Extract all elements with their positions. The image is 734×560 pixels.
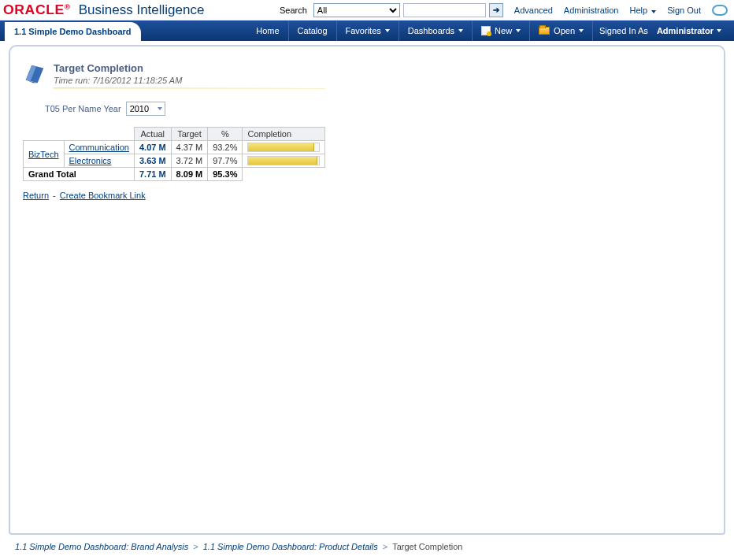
- header-links: Advanced Administration Help Sign Out: [514, 5, 728, 16]
- col-target: Target: [171, 128, 208, 141]
- arrow-right-icon: ➔: [493, 6, 499, 14]
- category-link[interactable]: Communication: [64, 141, 134, 154]
- advanced-link[interactable]: Advanced: [514, 6, 553, 15]
- chevron-down-icon: [458, 29, 463, 32]
- dashboard-tab[interactable]: 1.1 Simple Demo Dashboard: [5, 22, 141, 41]
- administration-link[interactable]: Administration: [564, 6, 619, 15]
- year-select[interactable]: 2010: [126, 102, 165, 116]
- col-completion: Completion: [243, 128, 325, 141]
- oracle-logo: ORACLE®: [3, 3, 70, 17]
- completion-bar: [247, 156, 320, 165]
- chevron-down-icon: [717, 29, 721, 32]
- return-link[interactable]: Return: [23, 191, 49, 200]
- search-input[interactable]: [403, 3, 486, 17]
- menu-open[interactable]: Open: [529, 20, 592, 41]
- menu-new[interactable]: New: [472, 20, 529, 41]
- table-row: BizTech Communication 4.07 M 4.37 M 93.2…: [24, 141, 325, 154]
- menu-catalog[interactable]: Catalog: [288, 20, 336, 41]
- signout-link[interactable]: Sign Out: [667, 6, 701, 15]
- chevron-down-icon: [651, 10, 656, 13]
- report-title: Target Completion: [54, 62, 325, 74]
- signed-in-as[interactable]: Signed In As Administrator: [592, 20, 728, 41]
- menu-home[interactable]: Home: [247, 20, 287, 41]
- report-heading: Target Completion Time run: 7/16/2012 11…: [23, 61, 711, 89]
- app-title: Business Intelligence: [79, 2, 205, 18]
- results-table: Actual Target % Completion BizTech Commu…: [23, 127, 325, 181]
- col-pct: %: [208, 128, 243, 141]
- col-actual: Actual: [134, 128, 171, 141]
- help-menu[interactable]: Help: [630, 6, 657, 15]
- search-label: Search: [280, 6, 307, 15]
- breadcrumb: 1.1 Simple Demo Dashboard: Brand Analysi…: [9, 538, 725, 555]
- category-link[interactable]: Electronics: [64, 154, 134, 168]
- chevron-down-icon: [385, 29, 390, 32]
- prompt-label: T05 Per Name Year: [45, 104, 121, 113]
- menubar: 1.1 Simple Demo Dashboard Home Catalog F…: [0, 20, 734, 41]
- new-file-icon: [481, 26, 491, 35]
- bookmark-link[interactable]: Create Bookmark Link: [60, 191, 146, 200]
- notebook-icon: [23, 61, 46, 86]
- below-links: Return - Create Bookmark Link: [23, 191, 711, 200]
- current-user: Administrator: [657, 26, 714, 35]
- completion-bar: [247, 143, 320, 152]
- time-run: Time run: 7/16/2012 11:18:25 AM: [54, 76, 325, 85]
- main-panel: Target Completion Time run: 7/16/2012 11…: [9, 45, 725, 535]
- breadcrumb-current: Target Completion: [392, 542, 462, 551]
- chevron-down-icon: [158, 107, 162, 110]
- table-row: Electronics 3.63 M 3.72 M 97.7%: [24, 154, 325, 168]
- prompt-row: T05 Per Name Year 2010: [45, 102, 711, 116]
- menu-dashboards[interactable]: Dashboards: [399, 20, 472, 41]
- breadcrumb-link[interactable]: 1.1 Simple Demo Dashboard: Brand Analysi…: [15, 542, 188, 551]
- chevron-down-icon: [579, 29, 584, 32]
- brand-orb-icon: [712, 5, 728, 16]
- breadcrumb-link[interactable]: 1.1 Simple Demo Dashboard: Product Detai…: [203, 542, 378, 551]
- group-link[interactable]: BizTech: [24, 141, 65, 168]
- search-area: Search All ➔ Advanced Administration Hel…: [280, 3, 728, 17]
- app-header: ORACLE® Business Intelligence Search All…: [0, 0, 734, 20]
- grand-total-row: Grand Total 7.71 M 8.09 M 95.3%: [24, 168, 325, 181]
- menu-favorites[interactable]: Favorites: [336, 20, 399, 41]
- chevron-down-icon: [516, 29, 521, 32]
- search-go-button[interactable]: ➔: [489, 3, 503, 17]
- search-scope-select[interactable]: All: [313, 3, 400, 17]
- open-folder-icon: [539, 27, 550, 35]
- title-underline: [54, 87, 325, 89]
